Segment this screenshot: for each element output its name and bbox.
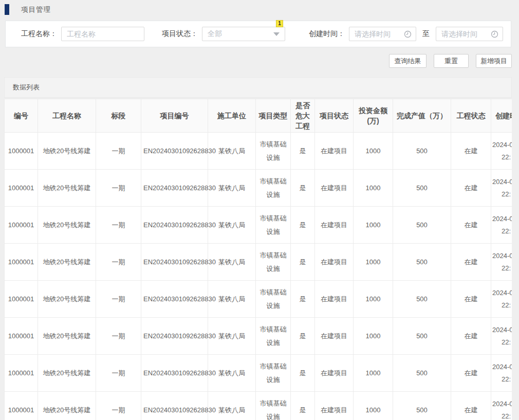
cell-id: 1000001 bbox=[5, 170, 38, 207]
range-separator: 至 bbox=[422, 29, 430, 39]
cell-investment: 1000 bbox=[354, 170, 393, 207]
cell-name: 地铁20号线筹建 bbox=[38, 133, 96, 170]
column-header: 投资金额(万) bbox=[354, 99, 393, 133]
created-time-start[interactable] bbox=[349, 27, 416, 41]
cell-output: 500 bbox=[393, 133, 451, 170]
column-header: 创建时间 bbox=[491, 99, 512, 133]
add-project-button[interactable]: 新增项目 bbox=[476, 54, 512, 68]
cell-type: 市镇基础设施 bbox=[256, 207, 291, 244]
column-header: 是否危大工程 bbox=[291, 99, 315, 133]
page-header: 项目管理 bbox=[0, 0, 519, 19]
clock-icon[interactable] bbox=[404, 30, 412, 38]
chevron-down-icon[interactable] bbox=[273, 32, 280, 36]
cell-investment: 1000 bbox=[354, 392, 393, 420]
cell-status: 在建项目 bbox=[315, 318, 354, 355]
cell-code: EN20240301092628830 bbox=[141, 207, 208, 244]
reset-button[interactable]: 重置 bbox=[434, 54, 469, 68]
cell-code: EN20240301092628830 bbox=[141, 170, 208, 207]
column-header: 标段 bbox=[96, 99, 141, 133]
created-time-end-input[interactable] bbox=[441, 28, 491, 40]
table-row: 1000001地铁20号线筹建一期EN20240301092628830某铁八局… bbox=[5, 244, 512, 281]
cell-type: 市镇基础设施 bbox=[256, 281, 291, 318]
cell-section: 一期 bbox=[96, 355, 141, 392]
cell-type: 市镇基础设施 bbox=[256, 244, 291, 281]
cell-status: 在建项目 bbox=[315, 133, 354, 170]
cell-work_status: 在建 bbox=[451, 133, 491, 170]
table-row: 1000001地铁20号线筹建一期EN20240301092628830某铁八局… bbox=[5, 207, 512, 244]
cell-created: 2024-08-22: bbox=[491, 318, 512, 355]
cell-dangerous: 是 bbox=[291, 281, 315, 318]
cell-type: 市镇基础设施 bbox=[256, 318, 291, 355]
cell-code: EN20240301092628830 bbox=[141, 281, 208, 318]
cell-investment: 1000 bbox=[354, 318, 393, 355]
query-button[interactable]: 查询结果 bbox=[389, 54, 427, 68]
cell-created: 2024-08-22: bbox=[491, 244, 512, 281]
data-panel: 数据列表 编号工程名称标段项目编号施工单位项目类型是否危大工程项目状态投资金额(… bbox=[4, 77, 512, 420]
table-row: 1000001地铁20号线筹建一期EN20240301092628830某铁八局… bbox=[5, 133, 512, 170]
title-marker-icon bbox=[5, 4, 9, 15]
cell-investment: 1000 bbox=[354, 133, 393, 170]
cell-output: 500 bbox=[393, 355, 451, 392]
project-status-value: 全部 bbox=[208, 29, 273, 39]
table-row: 1000001地铁20号线筹建一期EN20240301092628830某铁八局… bbox=[5, 318, 512, 355]
clock-icon[interactable] bbox=[491, 30, 498, 38]
column-header: 完成产值（万） bbox=[393, 99, 451, 133]
cell-dangerous: 是 bbox=[291, 244, 315, 281]
created-time-field: 创建时间： 至 bbox=[309, 27, 503, 41]
table-row: 1000001地铁20号线筹建一期EN20240301092628830某铁八局… bbox=[5, 170, 512, 207]
cell-section: 一期 bbox=[96, 207, 141, 244]
table-row: 1000001地铁20号线筹建一期EN20240301092628830某铁八局… bbox=[5, 355, 512, 392]
cell-dangerous: 是 bbox=[291, 392, 315, 420]
cell-id: 1000001 bbox=[5, 318, 38, 355]
cell-type: 市镇基础设施 bbox=[256, 133, 291, 170]
cell-created: 2024-08-22: bbox=[491, 281, 512, 318]
cell-section: 一期 bbox=[96, 244, 141, 281]
cell-name: 地铁20号线筹建 bbox=[38, 318, 96, 355]
cell-section: 一期 bbox=[96, 281, 141, 318]
cell-type: 市镇基础设施 bbox=[256, 355, 291, 392]
cell-status: 在建项目 bbox=[315, 207, 354, 244]
cell-investment: 1000 bbox=[354, 281, 393, 318]
cell-id: 1000001 bbox=[5, 207, 38, 244]
project-status-select[interactable]: 全部 1 bbox=[202, 27, 285, 41]
column-header: 编号 bbox=[5, 99, 38, 133]
cell-section: 一期 bbox=[96, 170, 141, 207]
cell-output: 500 bbox=[393, 281, 451, 318]
cell-dangerous: 是 bbox=[291, 133, 315, 170]
cell-id: 1000001 bbox=[5, 281, 38, 318]
cell-created: 2024-08-22: bbox=[491, 133, 512, 170]
data-list-title: 数据列表 bbox=[4, 77, 512, 98]
cell-id: 1000001 bbox=[5, 355, 38, 392]
filter-panel: 工程名称： 项目状态： 全部 1 创建时间： 至 bbox=[5, 21, 511, 47]
created-time-label: 创建时间： bbox=[309, 29, 345, 39]
column-header: 施工单位 bbox=[208, 99, 256, 133]
created-time-start-input[interactable] bbox=[355, 28, 404, 40]
cell-code: EN20240301092628830 bbox=[141, 355, 208, 392]
cell-work_status: 在建 bbox=[451, 355, 491, 392]
cell-status: 在建项目 bbox=[315, 355, 354, 392]
project-status-label: 项目状态： bbox=[162, 29, 198, 39]
project-status-field: 项目状态： 全部 1 bbox=[162, 27, 285, 41]
cell-work_status: 在建 bbox=[451, 392, 491, 420]
data-table-container: 编号工程名称标段项目编号施工单位项目类型是否危大工程项目状态投资金额(万)完成产… bbox=[4, 99, 512, 420]
cell-work_status: 在建 bbox=[451, 318, 491, 355]
cell-output: 500 bbox=[393, 244, 451, 281]
cell-section: 一期 bbox=[96, 133, 141, 170]
created-time-end[interactable] bbox=[436, 27, 503, 41]
cell-name: 地铁20号线筹建 bbox=[38, 207, 96, 244]
cell-dangerous: 是 bbox=[291, 355, 315, 392]
cell-investment: 1000 bbox=[354, 244, 393, 281]
cell-output: 500 bbox=[393, 207, 451, 244]
cell-work_status: 在建 bbox=[451, 244, 491, 281]
cell-section: 一期 bbox=[96, 392, 141, 420]
cell-id: 1000001 bbox=[5, 392, 38, 420]
cell-created: 2024-08-22: bbox=[491, 207, 512, 244]
column-header: 项目类型 bbox=[256, 99, 291, 133]
cell-name: 地铁20号线筹建 bbox=[38, 355, 96, 392]
cell-status: 在建项目 bbox=[315, 281, 354, 318]
table-row: 1000001地铁20号线筹建一期EN20240301092628830某铁八局… bbox=[5, 281, 512, 318]
column-header: 项目状态 bbox=[315, 99, 354, 133]
cell-output: 500 bbox=[393, 392, 451, 420]
cell-id: 1000001 bbox=[5, 244, 38, 281]
project-name-input[interactable] bbox=[61, 27, 144, 41]
